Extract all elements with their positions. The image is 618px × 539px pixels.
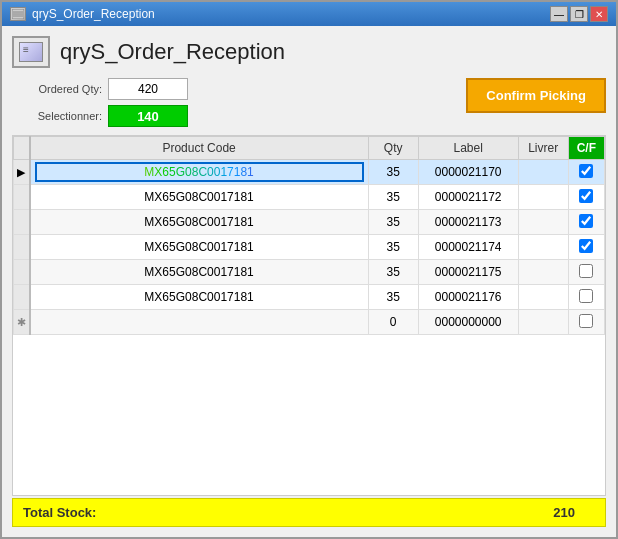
product-code-cell	[30, 260, 369, 285]
table-wrapper: Product Code Qty Label Livrer C/F ▶35353…	[12, 135, 606, 496]
total-stock-label: Total Stock:	[23, 505, 96, 520]
window-icon	[10, 7, 26, 21]
selectionner-label: Selectionner:	[12, 110, 102, 122]
new-cf-cell	[568, 310, 604, 335]
qty-cell: 35	[368, 260, 418, 285]
window-title: qryS_Order_Reception	[32, 7, 155, 21]
qty-header: Qty	[368, 137, 418, 160]
label-input[interactable]	[423, 190, 514, 204]
livrer-cell	[518, 160, 568, 185]
livrer-cell	[518, 285, 568, 310]
product-code-input[interactable]	[35, 287, 364, 307]
new-livrer-cell	[518, 310, 568, 335]
label-input[interactable]	[423, 165, 514, 179]
app-header: qryS_Order_Reception	[12, 36, 606, 68]
label-cell	[418, 160, 518, 185]
product-code-cell	[30, 160, 369, 185]
row-indicator	[14, 235, 30, 260]
label-cell	[418, 185, 518, 210]
app-icon-inner	[19, 42, 43, 62]
label-input[interactable]	[423, 290, 514, 304]
table-body: ▶353535353535✱0	[14, 160, 605, 335]
minimize-button[interactable]: —	[550, 6, 568, 22]
label-input[interactable]	[423, 240, 514, 254]
cf-checkbox[interactable]	[579, 214, 593, 228]
cf-checkbox[interactable]	[579, 239, 593, 253]
selectionner-row: Selectionner: 140	[12, 105, 188, 127]
new-row: ✱0	[14, 310, 605, 335]
table-row: 35	[14, 260, 605, 285]
product-code-input[interactable]	[35, 262, 364, 282]
form-section: Ordered Qty: Selectionner: 140 Confirm P…	[12, 78, 606, 127]
livrer-cell	[518, 185, 568, 210]
cf-checkbox[interactable]	[579, 189, 593, 203]
confirm-picking-button[interactable]: Confirm Picking	[466, 78, 606, 113]
cf-checkbox[interactable]	[579, 164, 593, 178]
livrer-header: Livrer	[518, 137, 568, 160]
label-cell	[418, 235, 518, 260]
product-code-header: Product Code	[30, 137, 369, 160]
row-indicator: ▶	[14, 160, 30, 185]
qty-cell: 35	[368, 285, 418, 310]
table-container[interactable]: Product Code Qty Label Livrer C/F ▶35353…	[13, 136, 605, 495]
label-header: Label	[418, 137, 518, 160]
new-label-cell	[418, 310, 518, 335]
footer-bar: Total Stock: 210	[12, 498, 606, 527]
ordered-qty-row: Ordered Qty:	[12, 78, 188, 100]
qty-cell: 35	[368, 235, 418, 260]
product-code-cell	[30, 285, 369, 310]
product-code-input[interactable]	[35, 237, 364, 257]
new-product-code-input[interactable]	[35, 312, 364, 332]
table-row: 35	[14, 235, 605, 260]
label-input[interactable]	[423, 265, 514, 279]
product-code-input[interactable]	[35, 187, 364, 207]
app-title: qryS_Order_Reception	[60, 39, 285, 65]
qty-cell: 35	[368, 210, 418, 235]
table-row: ▶35	[14, 160, 605, 185]
label-cell	[418, 260, 518, 285]
title-bar: qryS_Order_Reception — ❐ ✕	[2, 2, 616, 26]
product-code-cell	[30, 235, 369, 260]
app-icon	[12, 36, 50, 68]
row-indicator	[14, 260, 30, 285]
product-code-input[interactable]	[35, 212, 364, 232]
new-row-indicator: ✱	[14, 310, 30, 335]
cf-cell	[568, 260, 604, 285]
new-label-input[interactable]	[423, 315, 514, 329]
cf-checkbox[interactable]	[579, 289, 593, 303]
table-row: 35	[14, 285, 605, 310]
livrer-cell	[518, 210, 568, 235]
cf-cell	[568, 235, 604, 260]
label-input[interactable]	[423, 215, 514, 229]
livrer-cell	[518, 260, 568, 285]
content-area: qryS_Order_Reception Ordered Qty: Select…	[2, 26, 616, 537]
livrer-cell	[518, 235, 568, 260]
cf-header: C/F	[568, 137, 604, 160]
label-cell	[418, 210, 518, 235]
close-button[interactable]: ✕	[590, 6, 608, 22]
label-cell	[418, 285, 518, 310]
title-bar-left: qryS_Order_Reception	[10, 7, 155, 21]
row-indicator	[14, 210, 30, 235]
row-indicator	[14, 285, 30, 310]
restore-button[interactable]: ❐	[570, 6, 588, 22]
product-code-cell	[30, 210, 369, 235]
row-selector-header	[14, 137, 30, 160]
main-window: qryS_Order_Reception — ❐ ✕ qryS_Order_Re…	[0, 0, 618, 539]
new-row-asterisk: ✱	[17, 316, 26, 328]
selectionner-value: 140	[108, 105, 188, 127]
ordered-qty-input[interactable]	[108, 78, 188, 100]
cf-cell	[568, 210, 604, 235]
current-row-arrow: ▶	[17, 166, 25, 178]
new-cf-checkbox[interactable]	[579, 314, 593, 328]
new-qty-cell: 0	[368, 310, 418, 335]
table-row: 35	[14, 185, 605, 210]
qty-cell: 35	[368, 160, 418, 185]
new-product-code-cell	[30, 310, 369, 335]
product-code-input[interactable]	[35, 162, 364, 182]
cf-cell	[568, 160, 604, 185]
cf-checkbox[interactable]	[579, 264, 593, 278]
qty-cell: 35	[368, 185, 418, 210]
data-table: Product Code Qty Label Livrer C/F ▶35353…	[13, 136, 605, 335]
product-code-cell	[30, 185, 369, 210]
